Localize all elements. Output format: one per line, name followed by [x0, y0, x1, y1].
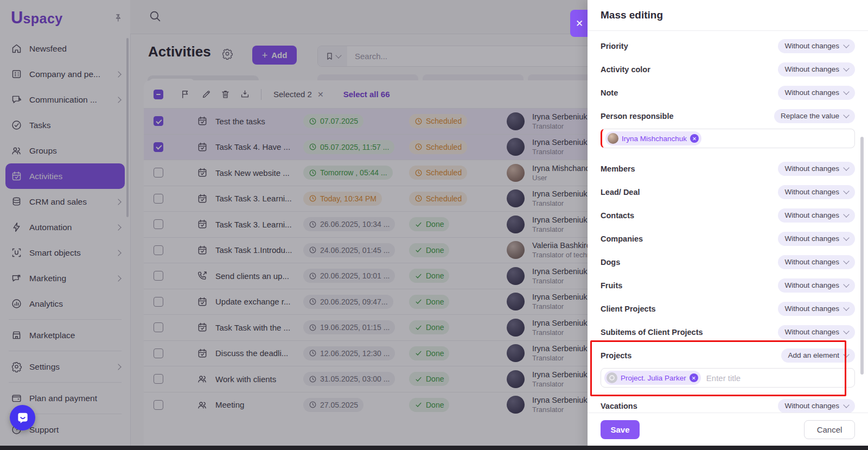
person-chip: Iryna Mishchanchuk ✕	[605, 131, 701, 145]
projects-input-placeholder: Enter title	[706, 373, 741, 383]
field-label-companies: Companies	[601, 234, 643, 243]
priority-mode-select[interactable]: Without changes	[778, 39, 855, 53]
project-avatar-icon	[607, 372, 617, 383]
vacations-mode-select[interactable]: Without changes	[778, 399, 855, 413]
panel-footer: Save Cancel	[588, 413, 868, 446]
avatar	[608, 133, 618, 144]
panel-close-button[interactable]: ✕	[570, 10, 589, 37]
chevron-down-icon	[843, 88, 849, 94]
chevron-down-icon	[843, 211, 849, 217]
close-icon: ✕	[576, 18, 583, 29]
window-bottom-edge	[0, 446, 868, 450]
chevron-down-icon	[843, 188, 849, 194]
mass-editing-panel: Mass editing PriorityWithout changes Act…	[588, 0, 868, 450]
field-label-person-responsible: Person responsible	[601, 112, 674, 121]
lead-deal-mode-select[interactable]: Without changes	[778, 185, 855, 199]
field-label-contacts: Contacts	[601, 211, 634, 220]
app-screen: Uspacy Newsfeed Company and pe... Commun…	[0, 0, 868, 450]
save-button[interactable]: Save	[601, 420, 640, 439]
members-mode-select[interactable]: Without changes	[778, 162, 855, 176]
projects-mode-select[interactable]: Add an element	[781, 348, 855, 363]
chevron-down-icon	[843, 305, 849, 310]
remove-project-icon[interactable]: ✕	[690, 373, 698, 382]
panel-title: Mass editing	[601, 9, 663, 21]
field-label-note: Note	[601, 88, 618, 97]
modal-backdrop[interactable]	[0, 0, 588, 450]
chevron-down-icon	[843, 112, 849, 118]
field-label-vacations: Vacations	[601, 402, 637, 410]
chevron-down-icon	[843, 328, 849, 334]
remove-person-icon[interactable]: ✕	[690, 134, 699, 143]
cancel-button[interactable]: Cancel	[804, 420, 855, 439]
note-mode-select[interactable]: Without changes	[778, 86, 855, 100]
companies-mode-select[interactable]: Without changes	[778, 232, 855, 246]
panel-scrollbar[interactable]	[860, 137, 864, 375]
client-projects-mode-select[interactable]: Without changes	[778, 302, 855, 316]
field-label-members: Members	[601, 164, 635, 173]
contacts-mode-select[interactable]: Without changes	[778, 208, 855, 223]
activity-color-mode-select[interactable]: Without changes	[778, 62, 855, 77]
chevron-down-icon	[843, 351, 849, 357]
chevron-down-icon	[843, 164, 849, 170]
chevron-down-icon	[843, 42, 849, 48]
chevron-down-icon	[843, 402, 849, 408]
field-label-activity-color: Activity color	[601, 65, 650, 74]
panel-body: PriorityWithout changes Activity colorWi…	[588, 31, 868, 413]
fruits-mode-select[interactable]: Without changes	[778, 278, 855, 293]
subitems-mode-select[interactable]: Without changes	[778, 325, 855, 339]
field-label-lead-deal: Lead/ Deal	[601, 188, 640, 197]
support-chat-button[interactable]	[10, 405, 35, 430]
field-label-priority: Priority	[601, 42, 628, 50]
chat-bubble-icon	[16, 411, 30, 425]
field-label-subitems: Subitems of Client Projects	[601, 328, 703, 337]
project-chip: Project. Julia Parker ✕	[604, 371, 701, 385]
field-label-fruits: Fruits	[601, 281, 622, 290]
chevron-down-icon	[843, 234, 849, 240]
field-label-client-projects: Client Projects	[601, 305, 656, 313]
chevron-down-icon	[843, 281, 849, 287]
chevron-down-icon	[843, 258, 849, 264]
person-responsible-mode-select[interactable]: Replace the value	[774, 109, 855, 123]
chevron-down-icon	[843, 65, 849, 71]
field-label-projects: Projects	[601, 351, 631, 360]
person-responsible-input[interactable]: Iryna Mishchanchuk ✕	[601, 129, 855, 148]
dogs-mode-select[interactable]: Without changes	[778, 255, 855, 269]
field-label-dogs: Dogs	[601, 258, 620, 267]
projects-input[interactable]: Project. Julia Parker ✕ Enter title	[601, 368, 855, 388]
